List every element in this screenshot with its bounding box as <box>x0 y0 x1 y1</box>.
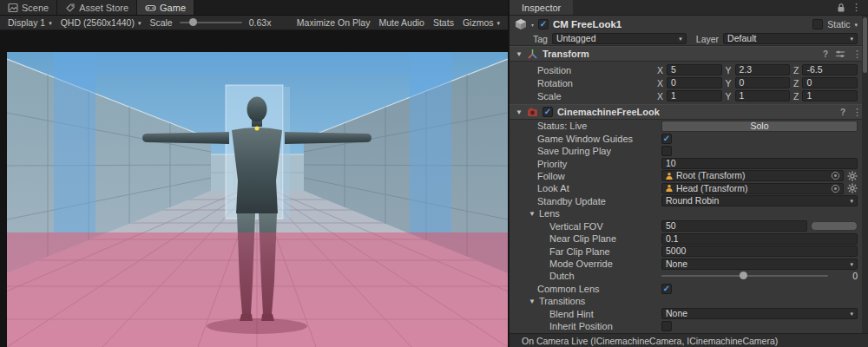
rotation-x-field[interactable]: 0 <box>667 77 722 88</box>
inherit-position-label: Inherit Position <box>549 321 661 331</box>
rotation-z-field[interactable]: 0 <box>802 77 858 88</box>
unity-editor: Scene Asset Store Game Display 1 ▾ <box>0 0 868 347</box>
axis-y-label[interactable]: Y <box>726 91 732 101</box>
dutch-value[interactable]: 0 <box>832 271 858 281</box>
mode-override-label: Mode Override <box>549 259 661 269</box>
tag-value: Untagged <box>556 34 596 43</box>
gear-icon[interactable] <box>847 183 858 193</box>
position-z-field[interactable]: -6.5 <box>802 64 858 75</box>
gear-icon[interactable] <box>847 171 858 181</box>
scale-slider[interactable] <box>180 22 242 23</box>
gameobject-cube-icon[interactable] <box>515 18 527 30</box>
standby-update-label: Standby Update <box>537 196 661 206</box>
kebab-menu-icon[interactable]: ⋮ <box>852 108 862 117</box>
standby-update-dropdown[interactable]: Round Robin ▾ <box>661 195 858 206</box>
axis-z-label[interactable]: Z <box>793 78 799 88</box>
axis-x-label[interactable]: X <box>657 78 663 88</box>
inspector-scrollbar[interactable] <box>862 16 868 333</box>
position-label: Position <box>537 65 657 75</box>
far-clip-row: Far Clip Plane 5000 <box>510 245 868 257</box>
tag-dropdown[interactable]: Untagged ▾ <box>552 33 687 44</box>
presets-icon[interactable] <box>835 49 845 59</box>
maximize-on-play-label: Maximize On Play <box>297 17 371 28</box>
axis-x-label[interactable]: X <box>657 65 663 75</box>
chevron-down-icon: ▾ <box>850 311 853 317</box>
axis-x-label[interactable]: X <box>657 91 663 101</box>
help-icon[interactable]: ? <box>823 49 828 59</box>
stats-button[interactable]: Stats <box>429 17 458 28</box>
transitions-foldout[interactable]: ▼ Transitions <box>510 295 868 307</box>
priority-field[interactable]: 10 <box>661 158 858 169</box>
game-viewport[interactable] <box>7 52 508 347</box>
rotation-y-field[interactable]: 0 <box>735 77 791 88</box>
tab-asset-store-label: Asset Store <box>79 3 128 13</box>
resolution-dropdown[interactable]: QHD (2560x1440) ▾ <box>56 16 146 29</box>
save-during-play-checkbox[interactable] <box>661 146 672 156</box>
active-checkbox[interactable]: ✓ <box>538 19 549 29</box>
vertical-fov-slider[interactable] <box>811 221 858 231</box>
kebab-menu-icon[interactable]: ⋮ <box>852 49 862 59</box>
help-icon[interactable]: ? <box>840 108 845 117</box>
lock-icon[interactable] <box>837 3 845 13</box>
common-lens-checkbox[interactable]: ✓ <box>661 284 672 294</box>
scale-y-field[interactable]: 1 <box>735 90 791 101</box>
tab-game[interactable]: Game <box>137 0 194 15</box>
camera-status-bar: On Camera Live (ICinemachineCamera, ICin… <box>510 333 868 347</box>
priority-row: Priority 10 <box>510 157 868 169</box>
object-picker-icon[interactable] <box>831 184 840 193</box>
tab-scene[interactable]: Scene <box>0 0 57 15</box>
display-dropdown[interactable]: Display 1 ▾ <box>3 16 56 29</box>
axis-y-label[interactable]: Y <box>726 78 732 88</box>
scrollbar-thumb[interactable] <box>863 17 867 73</box>
axis-y-label[interactable]: Y <box>726 65 732 75</box>
static-label: Static <box>827 19 850 29</box>
component-enabled-checkbox[interactable]: ✓ <box>542 107 553 117</box>
mute-audio-button[interactable]: Mute Audio <box>374 17 429 28</box>
object-picker-icon[interactable] <box>831 171 840 180</box>
axis-z-label[interactable]: Z <box>793 65 799 75</box>
gizmos-dropdown[interactable]: Gizmos ▾ <box>458 17 504 28</box>
game-toolbar: Display 1 ▾ QHD (2560x1440) ▾ Scale 0.63… <box>0 16 508 30</box>
save-during-play-label: Save During Play <box>537 146 661 156</box>
cinemachine-body: Status: Live Solo Game Window Guides ✓ S… <box>510 120 868 332</box>
position-y-field[interactable]: 2.3 <box>735 64 791 75</box>
transform-header[interactable]: ▼ Transform ? ⋮ <box>510 46 868 62</box>
lens-foldout[interactable]: ▼ Lens <box>510 207 868 219</box>
check-icon: ✓ <box>663 285 670 293</box>
axis-z-label[interactable]: Z <box>793 91 799 101</box>
gameobject-name-field[interactable]: CM FreeLook1 <box>553 19 621 29</box>
cinemachine-header[interactable]: ▼ ✓ CinemachineFreeLook ? ⋮ <box>510 104 868 120</box>
static-checkbox[interactable] <box>812 19 823 29</box>
static-dropdown-caret-icon[interactable]: ▾ <box>854 22 858 28</box>
layer-dropdown[interactable]: Default ▾ <box>723 33 858 44</box>
chevron-down-icon: ▾ <box>851 36 854 42</box>
tab-inspector[interactable]: Inspector <box>510 0 573 15</box>
blend-hint-label: Blend Hint <box>549 309 661 319</box>
inherit-position-checkbox[interactable] <box>661 321 672 331</box>
look-at-object-field[interactable]: Head (Transform) <box>661 183 844 194</box>
dutch-slider[interactable] <box>661 275 828 277</box>
chevron-down-icon: ▾ <box>49 20 52 26</box>
foldout-arrow-icon[interactable]: ▼ <box>516 50 523 58</box>
scale-slider-handle[interactable] <box>189 18 197 26</box>
mode-override-dropdown[interactable]: None ▾ <box>661 259 858 270</box>
far-clip-field[interactable]: 5000 <box>661 246 858 257</box>
follow-object-field[interactable]: Root (Transform) <box>661 170 844 181</box>
blend-hint-dropdown[interactable]: None ▾ <box>661 308 858 319</box>
inherit-position-row: Inherit Position <box>510 320 868 332</box>
tab-asset-store[interactable]: Asset Store <box>57 0 137 15</box>
scale-z-field[interactable]: 1 <box>802 90 858 101</box>
maximize-on-play-button[interactable]: Maximize On Play <box>293 17 375 28</box>
dutch-slider-handle[interactable] <box>740 272 747 279</box>
vertical-fov-label: Vertical FOV <box>549 221 661 232</box>
near-clip-field[interactable]: 0.1 <box>661 233 858 245</box>
scale-x-field[interactable]: 1 <box>667 90 722 101</box>
game-window-guides-checkbox[interactable]: ✓ <box>661 134 672 144</box>
vertical-fov-field[interactable]: 50 <box>661 220 807 232</box>
foldout-arrow-icon[interactable]: ▼ <box>516 108 523 116</box>
kebab-menu-icon[interactable]: ⋮ <box>852 3 861 12</box>
solo-button[interactable]: Solo <box>661 121 858 132</box>
check-icon: ✓ <box>663 134 670 143</box>
standby-update-value: Round Robin <box>666 196 719 206</box>
position-x-field[interactable]: 5 <box>667 64 722 75</box>
